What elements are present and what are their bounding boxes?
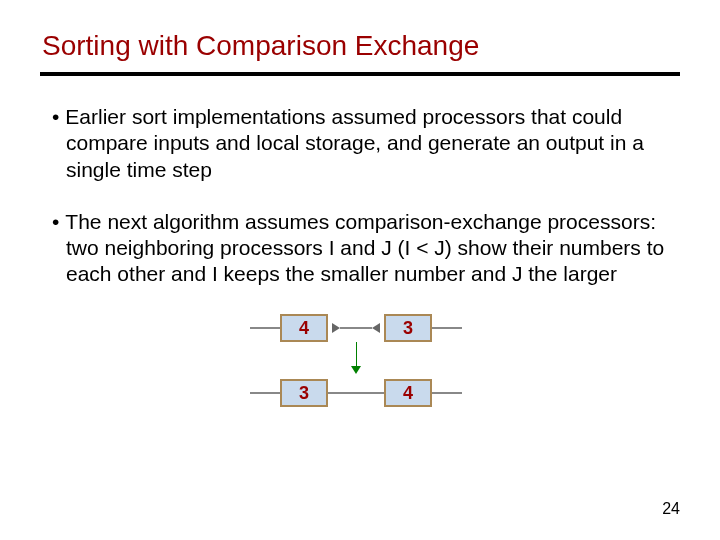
cell-top-left: 4 bbox=[280, 314, 328, 342]
slide: Sorting with Comparison Exchange •Earlie… bbox=[0, 0, 720, 540]
bullet-text: The next algorithm assumes comparison-ex… bbox=[65, 210, 664, 286]
bullet-item: •Earlier sort implementations assumed pr… bbox=[52, 104, 680, 183]
cell-bottom-right: 4 bbox=[384, 379, 432, 407]
bullet-dot: • bbox=[52, 105, 65, 128]
bullet-text: Earlier sort implementations assumed pro… bbox=[65, 105, 644, 181]
vertical-wire bbox=[356, 342, 357, 366]
wire bbox=[432, 392, 462, 394]
arrow-right-icon bbox=[332, 323, 340, 333]
cell-bottom-left: 3 bbox=[280, 379, 328, 407]
wire bbox=[250, 392, 280, 394]
title-underline bbox=[40, 72, 680, 76]
wire bbox=[340, 327, 372, 329]
exchange-diagram: 4 3 3 4 bbox=[250, 314, 470, 424]
wire bbox=[250, 327, 280, 329]
page-number: 24 bbox=[662, 500, 680, 518]
arrow-down-icon bbox=[351, 366, 361, 374]
slide-title: Sorting with Comparison Exchange bbox=[42, 30, 680, 62]
bullet-dot: • bbox=[52, 210, 65, 233]
arrow-left-icon bbox=[372, 323, 380, 333]
bullet-item: •The next algorithm assumes comparison-e… bbox=[52, 209, 680, 288]
cell-top-right: 3 bbox=[384, 314, 432, 342]
bullet-list: •Earlier sort implementations assumed pr… bbox=[40, 104, 680, 288]
wire bbox=[432, 327, 462, 329]
wire bbox=[328, 392, 384, 394]
